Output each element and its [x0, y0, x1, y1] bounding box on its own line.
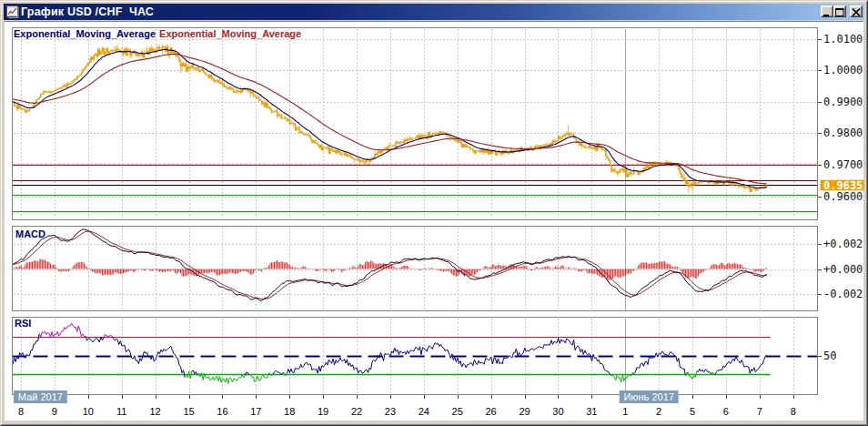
current-price-label: 0.9635: [823, 179, 863, 192]
candle-bodies: [13, 46, 767, 192]
day-label: 31: [586, 406, 597, 417]
day-label: 22: [351, 406, 362, 417]
chart-window: График USD /CHF ЧАС 1.01001.00000.99000.…: [0, 0, 868, 426]
day-label: 12: [149, 406, 160, 417]
day-label: 19: [318, 406, 328, 417]
rsi-line: [39, 323, 86, 337]
axis-price-label: +0.002: [823, 238, 863, 250]
day-label: 8: [791, 406, 796, 417]
rsi-line: [185, 371, 192, 379]
day-label: 18: [284, 406, 295, 417]
day-label: 11: [116, 406, 126, 417]
day-label: 8: [18, 406, 24, 417]
day-label: 30: [552, 406, 563, 417]
day-label: 2: [656, 406, 661, 417]
rsi-line: [697, 369, 713, 373]
right-axis: 1.01001.00000.99000.98000.97000.9600+0.0…: [818, 33, 864, 362]
axis-price-label: 0.9900: [823, 96, 863, 108]
rsi-line: [686, 372, 688, 375]
rsi-line: [13, 334, 39, 364]
day-label: 10: [83, 406, 94, 417]
axis-price-label: 1.0000: [823, 64, 863, 76]
month-badge-label: Май 2017: [18, 391, 63, 402]
day-label: 16: [217, 406, 227, 417]
chart-canvas[interactable]: 1.01001.00000.99000.98000.97000.9600+0.0…: [0, 0, 868, 426]
axis-price-label: 0.9800: [823, 127, 863, 139]
macd-panel: [13, 229, 767, 301]
axis-price-label: +0.000: [823, 263, 863, 276]
day-label: 1: [622, 406, 628, 417]
candle-wicks: [13, 45, 767, 193]
ema-label-0: Exponential_Moving_Average: [14, 28, 156, 39]
day-label: 9: [52, 406, 57, 417]
rsi-line: [715, 355, 767, 375]
day-label: 26: [485, 406, 496, 417]
rsi-line: [268, 373, 270, 374]
day-label: 17: [250, 406, 261, 417]
price-panel: [13, 45, 818, 212]
day-label: 25: [452, 406, 463, 417]
axis-price-label: 1.0100: [823, 33, 863, 46]
macd-label: MACD: [15, 228, 45, 239]
axis-price-label: 0.9600: [823, 190, 863, 203]
ema-label-1: Exponential_Moving_Average: [159, 28, 301, 39]
axis-price-label: -0.002: [823, 288, 863, 300]
day-label: 23: [385, 406, 396, 417]
day-label: 7: [757, 406, 762, 417]
day-label: 15: [183, 406, 194, 417]
day-label: 5: [690, 406, 695, 417]
month-badge-label: Июнь 2017: [623, 391, 674, 402]
day-label: 6: [723, 406, 729, 417]
day-label: 29: [519, 406, 530, 417]
ema-fast-line: [13, 49, 767, 188]
panel-titles: Exponential_Moving_AverageExponential_Mo…: [14, 28, 301, 329]
day-label: 24: [419, 406, 429, 417]
axis-price-label: 50: [823, 350, 836, 362]
rsi-panel: [13, 323, 818, 383]
rsi-label: RSI: [15, 318, 31, 329]
axis-price-label: 0.9700: [823, 158, 863, 171]
